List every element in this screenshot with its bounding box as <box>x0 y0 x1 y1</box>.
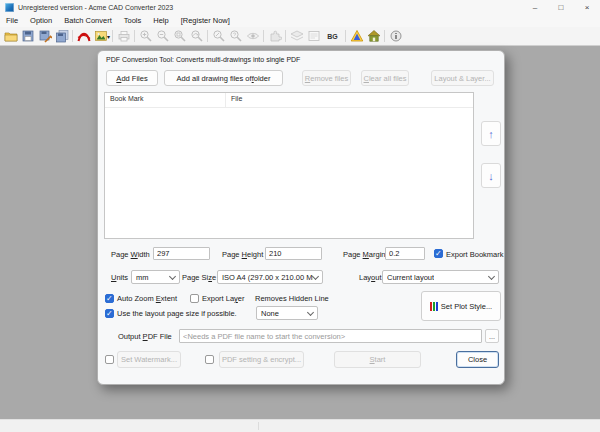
page-width-input[interactable] <box>153 247 210 260</box>
move-down-button[interactable]: ↓ <box>481 163 501 188</box>
add-folder-button[interactable]: Add all drawing files of folder <box>164 70 283 86</box>
auto-zoom-extent-label: Auto Zoom Extent <box>117 294 177 303</box>
add-files-button[interactable]: Add Files <box>106 70 158 86</box>
units-value: mm <box>136 273 149 282</box>
titlebar: Unregistered version - Acme CAD Converte… <box>0 0 600 14</box>
units-select[interactable]: mm <box>131 270 180 284</box>
page-margin-label: Page Margin <box>343 250 386 259</box>
app-window: { "window": { "title": "Unregistered ver… <box>0 0 600 432</box>
layers-icon <box>288 29 305 44</box>
home-icon[interactable] <box>365 29 382 44</box>
set-watermark-button[interactable]: Set Watermark... <box>117 351 181 368</box>
output-pdf-input[interactable] <box>179 329 482 343</box>
pdf-setting-encrypt-button[interactable]: PDF setting & encrypt... <box>219 351 304 368</box>
menu-option[interactable]: Option <box>24 16 58 25</box>
toolbar: ▾ BG <box>0 27 600 46</box>
zoom-window-icon <box>171 29 188 44</box>
print-icon <box>115 29 132 44</box>
close-button[interactable]: Close <box>456 351 499 368</box>
toolbar-separator <box>112 30 113 42</box>
page-width-label: Page Width <box>111 250 150 259</box>
zoom-out-icon <box>154 29 171 44</box>
toolbar-separator <box>207 30 208 42</box>
use-layout-page-size-label: Use the layout page size if possible. <box>117 309 237 318</box>
layout-value: Current layout <box>387 273 434 282</box>
toolbar-separator <box>345 30 346 42</box>
toolbar-separator <box>263 30 264 42</box>
column-header-bookmark[interactable]: Book Mark <box>105 93 226 107</box>
pdf-convert-icon[interactable] <box>75 29 92 44</box>
pdf-setting-checkbox[interactable] <box>205 355 214 364</box>
layout-label: Layout <box>359 273 382 282</box>
removes-hidden-line-select[interactable]: None <box>256 306 318 320</box>
browse-output-button[interactable]: ... <box>485 329 499 343</box>
page-size-select[interactable]: ISO A4 (297.00 x 210.00 MM) <box>217 270 323 284</box>
use-layout-page-size-checkbox[interactable] <box>105 309 114 318</box>
eye-icon <box>244 29 261 44</box>
set-plot-style-button[interactable]: Set Plot Style... <box>421 291 501 321</box>
chevron-down-icon <box>169 272 176 279</box>
save-icon[interactable] <box>19 29 36 44</box>
save-as-icon[interactable] <box>36 29 53 44</box>
export-bookmark-label: Export Bookmark <box>446 250 504 259</box>
chevron-down-icon <box>307 308 314 315</box>
page-height-label: Page Height <box>222 250 263 259</box>
zoom-previous-icon <box>188 29 205 44</box>
menu-file[interactable]: File <box>0 16 24 25</box>
window-title: Unregistered version - Acme CAD Converte… <box>18 4 173 11</box>
zoom-scale-icon <box>210 29 227 44</box>
menu-help[interactable]: Help <box>147 16 174 25</box>
zoom-query-icon <box>227 29 244 44</box>
page-size-value: ISO A4 (297.00 x 210.00 MM) <box>222 273 313 282</box>
file-list-header: Book Mark File <box>105 93 473 108</box>
units-label: Units <box>111 273 128 282</box>
toolbar-separator <box>285 30 286 42</box>
clear-all-files-button[interactable]: Clear all files <box>361 70 409 86</box>
font-style-icon[interactable] <box>348 29 365 44</box>
dialog-title: PDF Conversion Tool: Converts multi-draw… <box>106 56 300 63</box>
page-margin-input[interactable] <box>385 247 425 260</box>
layout-select[interactable]: Current layout <box>382 270 499 284</box>
save-all-icon[interactable] <box>53 29 70 44</box>
toolbar-separator <box>384 30 385 42</box>
toolbar-separator <box>134 30 135 42</box>
menubar: File Option Batch Convert Tools Help [Re… <box>0 14 600 27</box>
file-list[interactable]: Book Mark File <box>104 92 474 239</box>
move-up-button[interactable]: ↑ <box>481 121 501 146</box>
menu-batch-convert[interactable]: Batch Convert <box>58 16 118 25</box>
remove-files-button[interactable]: Remove files <box>302 70 351 86</box>
layout-layer-button[interactable]: Layout & Layer... <box>431 70 494 86</box>
statusbar-divider <box>258 422 259 430</box>
chevron-down-icon <box>312 272 319 279</box>
info-icon[interactable] <box>387 29 404 44</box>
removes-hidden-line-value: None <box>261 309 279 318</box>
removes-hidden-line-label: Removes Hidden Line <box>255 294 329 303</box>
set-plot-style-label: Set Plot Style... <box>441 302 492 311</box>
plugin-icon <box>266 29 283 44</box>
statusbar <box>0 419 600 432</box>
page-size-label: Page Size <box>182 273 216 282</box>
close-window-button[interactable]: × <box>574 0 600 14</box>
export-bookmark-checkbox[interactable] <box>434 249 443 258</box>
export-layer-checkbox[interactable] <box>190 294 199 303</box>
bg-toggle-button[interactable]: BG <box>322 28 343 45</box>
image-convert-dropdown-caret[interactable]: ▾ <box>107 33 110 40</box>
set-watermark-checkbox[interactable] <box>105 355 114 364</box>
menu-tools[interactable]: Tools <box>118 16 148 25</box>
zoom-in-icon <box>137 29 154 44</box>
minimize-button[interactable]: – <box>522 0 548 14</box>
column-header-file[interactable]: File <box>226 93 473 107</box>
window-controls: – □ × <box>522 0 600 14</box>
start-button[interactable]: Start <box>334 351 421 368</box>
chevron-down-icon <box>488 272 495 279</box>
maximize-button[interactable]: □ <box>548 0 574 14</box>
menu-register-now[interactable]: [Register Now] <box>175 16 236 25</box>
app-icon <box>5 3 14 12</box>
open-file-icon[interactable] <box>2 29 19 44</box>
text-window-icon <box>305 29 322 44</box>
output-pdf-label: Output PDF File <box>118 332 172 341</box>
toolbar-separator <box>72 30 73 42</box>
plot-style-icon <box>430 302 438 311</box>
page-height-input[interactable] <box>265 247 322 260</box>
auto-zoom-extent-checkbox[interactable] <box>105 294 114 303</box>
